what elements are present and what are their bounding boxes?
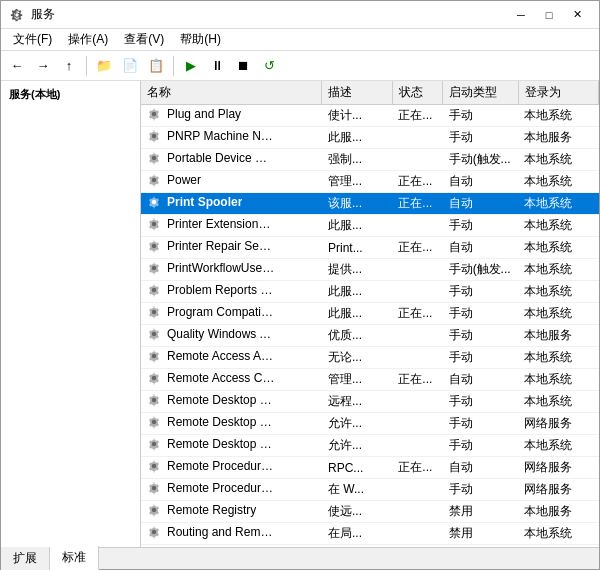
service-icon (147, 151, 163, 165)
minimize-button[interactable]: ─ (507, 5, 535, 25)
service-status: 正在... (392, 237, 442, 259)
service-logon: 本地系统 (518, 215, 598, 237)
service-status (392, 391, 442, 413)
col-header-startup[interactable]: 启动类型 (443, 81, 518, 105)
maximize-button[interactable]: □ (535, 5, 563, 25)
service-icon (147, 459, 163, 473)
menu-item-0[interactable]: 文件(F) (5, 29, 60, 50)
service-icon (147, 525, 163, 539)
service-logon: 本地系统 (518, 303, 598, 325)
service-name: Routing and Remote Acc... (167, 525, 275, 539)
service-desc: 管理... (322, 369, 392, 391)
service-icon (147, 327, 163, 341)
service-status: 正在... (392, 369, 442, 391)
menu-bar: 文件(F)操作(A)查看(V)帮助(H) (1, 29, 599, 51)
service-name: Remote Procedure Call (... (167, 481, 275, 495)
col-header-desc[interactable]: 描述 (322, 81, 392, 105)
service-icon (147, 261, 163, 275)
table-row[interactable]: Remote Procedure Call (...在 W...手动网络服务 (141, 479, 599, 501)
table-row[interactable]: Program Compatibility A...此服...正在...手动本地… (141, 303, 599, 325)
service-icon (147, 481, 163, 495)
folder-button[interactable]: 📁 (92, 54, 116, 78)
service-name: Remote Registry (167, 503, 256, 517)
back-button[interactable]: ← (5, 54, 29, 78)
col-header-name[interactable]: 名称 (141, 81, 322, 105)
table-row[interactable]: Printer Repair ServicePrint...正在...自动本地系… (141, 237, 599, 259)
tab-standard[interactable]: 标准 (50, 546, 99, 570)
table-row[interactable]: Remote Desktop Service...允许...手动本地系统 (141, 435, 599, 457)
service-name: Printer Repair Service (167, 239, 275, 253)
service-desc: 此服... (322, 127, 392, 149)
service-status: 正在... (392, 303, 442, 325)
service-desc: RPC... (322, 457, 392, 479)
service-startup: 手动 (443, 391, 518, 413)
table-row[interactable]: Remote Registry使远...禁用本地服务 (141, 501, 599, 523)
service-name: Quality Windows Audio V... (167, 327, 275, 341)
toolbar-separator-2 (173, 56, 174, 76)
start-button[interactable]: ▶ (179, 54, 203, 78)
service-name: Power (167, 173, 201, 187)
title-bar: 服务 ─ □ ✕ (1, 1, 599, 29)
service-desc: 此服... (322, 215, 392, 237)
table-row[interactable]: Quality Windows Audio V...优质...手动本地服务 (141, 325, 599, 347)
service-status (392, 347, 442, 369)
service-startup: 自动 (443, 237, 518, 259)
service-logon: 本地服务 (518, 501, 598, 523)
col-header-logon[interactable]: 登录为 (518, 81, 598, 105)
service-icon (147, 371, 163, 385)
col-header-status[interactable]: 状态 (392, 81, 442, 105)
service-name: Problem Reports Controll... (167, 283, 275, 297)
table-row[interactable]: Portable Device Enumera...强制...手动(触发...本… (141, 149, 599, 171)
service-status (392, 413, 442, 435)
window-controls: ─ □ ✕ (507, 5, 591, 25)
main-area: 服务(本地) 名称 描述 状态 启动类型 登录为 Plug and Play使计… (1, 81, 599, 547)
up-button[interactable]: ↑ (57, 54, 81, 78)
window-title: 服务 (31, 6, 507, 23)
service-logon: 网络服务 (518, 479, 598, 501)
table-row[interactable]: Print Spooler该服...正在...自动本地系统 (141, 193, 599, 215)
tab-extended[interactable]: 扩展 (1, 547, 50, 570)
table-row[interactable]: PNRP Machine Name Pu...此服...手动本地服务 (141, 127, 599, 149)
table-row[interactable]: Remote Desktop Configu...远程...手动本地系统 (141, 391, 599, 413)
service-desc: 此服... (322, 303, 392, 325)
service-logon: 网络服务 (518, 413, 598, 435)
service-status (392, 281, 442, 303)
menu-item-2[interactable]: 查看(V) (116, 29, 172, 50)
stop-button[interactable]: ⏹ (231, 54, 255, 78)
table-row[interactable]: Remote Procedure Call (...RPC...正在...自动网… (141, 457, 599, 479)
table-row[interactable]: Printer Extensions and N...此服...手动本地系统 (141, 215, 599, 237)
close-button[interactable]: ✕ (563, 5, 591, 25)
service-startup: 自动 (443, 457, 518, 479)
pause-button[interactable]: ⏸ (205, 54, 229, 78)
service-logon: 本地服务 (518, 325, 598, 347)
table-row[interactable]: Routing and Remote Acc...在局...禁用本地系统 (141, 523, 599, 545)
service-name: Remote Desktop Service... (167, 437, 275, 451)
table-row[interactable]: Problem Reports Controll...此服...手动本地系统 (141, 281, 599, 303)
service-icon (147, 195, 163, 209)
table-row[interactable]: Plug and Play使计...正在...手动本地系统 (141, 105, 599, 127)
table-row[interactable]: Power管理...正在...自动本地系统 (141, 171, 599, 193)
service-startup: 手动(触发... (443, 259, 518, 281)
service-startup: 禁用 (443, 501, 518, 523)
service-name: Remote Procedure Call (... (167, 459, 275, 473)
service-startup: 手动 (443, 347, 518, 369)
service-status: 正在... (392, 105, 442, 127)
table-row[interactable]: Remote Access Auto Con...无论...手动本地系统 (141, 347, 599, 369)
table-row[interactable]: Remote Desktop Services允许...手动网络服务 (141, 413, 599, 435)
menu-item-1[interactable]: 操作(A) (60, 29, 116, 50)
table-row[interactable]: Remote Access Connecti...管理...正在...自动本地系… (141, 369, 599, 391)
service-startup: 手动 (443, 281, 518, 303)
service-status: 正在... (392, 193, 442, 215)
menu-item-3[interactable]: 帮助(H) (172, 29, 229, 50)
forward-button[interactable]: → (31, 54, 55, 78)
services-list-panel[interactable]: 名称 描述 状态 启动类型 登录为 Plug and Play使计...正在..… (141, 81, 599, 547)
service-startup: 自动 (443, 171, 518, 193)
service-status (392, 259, 442, 281)
service-desc: 管理... (322, 171, 392, 193)
restart-button[interactable]: ↺ (257, 54, 281, 78)
table-row[interactable]: PrintWorkflowUserSvc_57...提供...手动(触发...本… (141, 259, 599, 281)
properties-button[interactable]: 📋 (144, 54, 168, 78)
service-logon: 本地系统 (518, 523, 598, 545)
new-button[interactable]: 📄 (118, 54, 142, 78)
service-logon: 本地服务 (518, 127, 598, 149)
